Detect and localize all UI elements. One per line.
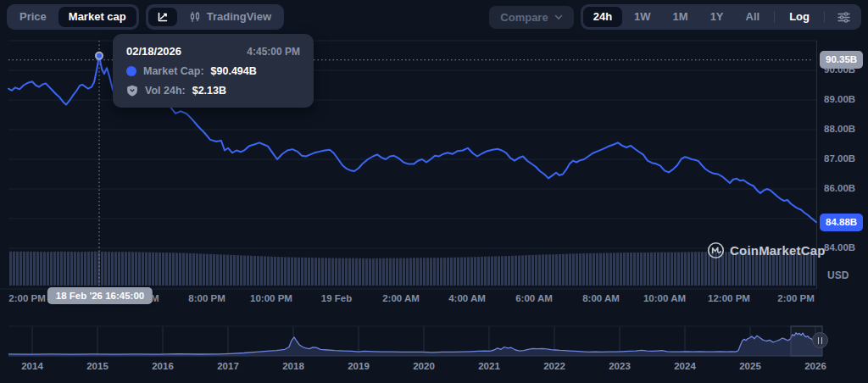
navigator-year-label[interactable]: 2026 [804, 361, 826, 371]
candlestick-icon [189, 11, 201, 23]
navigator-year-label[interactable]: 2019 [348, 361, 370, 371]
chart-type-toggle: TradingView [146, 4, 284, 30]
compare-button[interactable]: Compare [489, 6, 573, 29]
range-24h[interactable]: 24h [583, 7, 622, 27]
range-1w[interactable]: 1W [624, 7, 661, 27]
navigator-year-label[interactable]: 2023 [609, 361, 631, 371]
navigator-handle[interactable] [812, 332, 828, 348]
coinmarketcap-watermark: CoinMarketCap [707, 241, 826, 259]
range-1m[interactable]: 1M [663, 7, 698, 27]
price-marketcap-toggle: Price Market cap [7, 4, 139, 30]
x-axis-tick: 19 Feb [321, 293, 352, 303]
chevron-down-icon [554, 14, 563, 20]
selected-time-badge: 18 Feb '26 16:45:00 [47, 287, 153, 304]
price-tab[interactable]: Price [9, 7, 57, 27]
navigator-year-label[interactable]: 2022 [543, 361, 565, 371]
tooltip-marketcap-value: $90.494B [211, 65, 257, 77]
watermark-label: CoinMarketCap [730, 243, 826, 258]
tooltip-vol-label: Vol 24h: [145, 85, 186, 97]
x-axis-tick: 4:00 AM [448, 293, 486, 303]
y-axis-label: 86.00B [824, 183, 855, 193]
navigator-year-label[interactable]: 2017 [217, 361, 239, 371]
market-cap-tab[interactable]: Market cap [58, 7, 136, 27]
y-axis-label: 89.00B [824, 94, 855, 104]
y-axis-label: 84.00B [824, 242, 855, 253]
navigator-year-label[interactable]: 2021 [478, 361, 500, 371]
y-axis-unit: USD [827, 269, 849, 281]
tradingview-label: TradingView [207, 10, 271, 24]
line-chart-type-button[interactable] [148, 8, 177, 26]
tooltip-vol-value: $2.13B [192, 85, 226, 97]
x-axis-tick: 8:00 PM [188, 293, 225, 303]
tradingview-button[interactable]: TradingView [179, 7, 281, 27]
volume-shield-icon [126, 85, 138, 97]
navigator-year-label[interactable]: 2024 [674, 361, 696, 371]
navigator-year-label[interactable]: 2020 [413, 361, 435, 371]
coinmarketcap-logo-icon [707, 241, 725, 259]
tooltip-marketcap-label: Market Cap: [143, 65, 204, 77]
range-selector: 24h 1W 1M 1Y All Log [581, 4, 861, 30]
y-axis-label: 87.00B [824, 153, 855, 164]
line-chart-icon [157, 11, 169, 23]
last-value-badge: 84.88B [820, 214, 863, 231]
navigator-year-label[interactable]: 2015 [86, 361, 108, 371]
x-axis-tick: 10:00 AM [643, 293, 686, 303]
range-1y[interactable]: 1Y [700, 7, 734, 27]
x-axis-tick: 12:00 PM [708, 293, 750, 303]
market-cap-chart-app: Price Market cap TradingView Compare [0, 0, 868, 383]
tooltip-date: 02/18/2026 [126, 45, 181, 58]
x-axis-tick: 2:00 AM [382, 293, 420, 303]
range-all[interactable]: All [736, 7, 771, 27]
navigator-year-label[interactable]: 2025 [739, 361, 761, 371]
sliders-icon [837, 12, 850, 23]
hover-value-badge: 90.35B [820, 51, 863, 69]
market-cap-series-dot [126, 66, 136, 76]
x-axis-tick: 8:00 AM [582, 293, 620, 303]
y-axis-label: 88.00B [824, 124, 855, 134]
x-axis-tick: 2:00 PM [777, 293, 814, 303]
chart-toolbar: Price Market cap TradingView Compare [7, 4, 861, 30]
x-axis-tick: 10:00 PM [250, 293, 292, 303]
x-axis-tick: 2:00 PM [8, 293, 45, 303]
navigator-year-label[interactable]: 2016 [152, 361, 174, 371]
chart-settings-button[interactable] [829, 8, 859, 26]
navigator-year-label[interactable]: 2018 [282, 361, 304, 371]
navigator-year-label[interactable]: 2014 [21, 361, 43, 371]
tooltip-time: 4:45:00 PM [247, 46, 300, 58]
chart-tooltip: 02/18/2026 4:45:00 PM Market Cap: $90.49… [113, 34, 314, 108]
toolbar-divider [774, 11, 775, 23]
compare-label: Compare [500, 11, 548, 24]
log-scale-toggle[interactable]: Log [779, 7, 820, 27]
x-axis-tick: 6:00 AM [515, 293, 553, 303]
toolbar-divider [824, 11, 825, 23]
